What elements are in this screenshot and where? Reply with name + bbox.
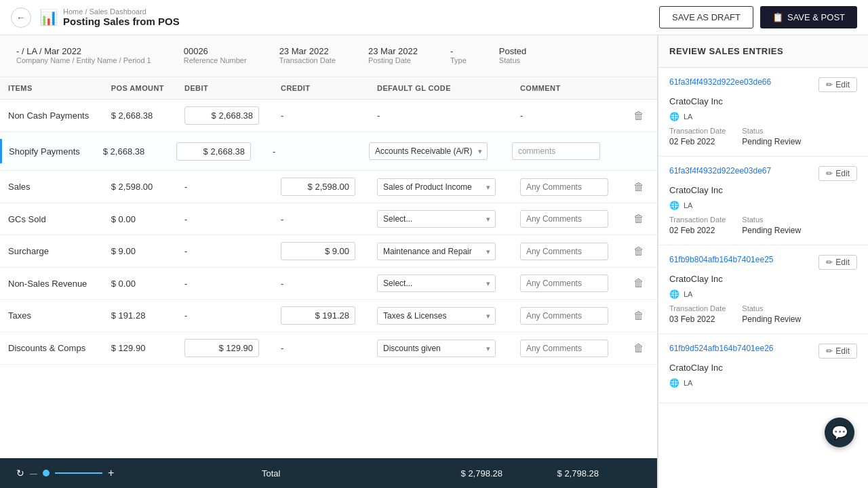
debit-input[interactable] [184, 106, 259, 125]
entity-row: 🌐 LA [669, 378, 857, 388]
status-label: Status [742, 304, 801, 312]
breadcrumb: Home / Sales Dashboard [63, 7, 180, 16]
entry-card: 61fb9b804afb164b7401ee25 ✏ Edit CratoCla… [658, 245, 868, 334]
item-pos-amount: $ 129.90 [103, 332, 176, 365]
item-name: Discounts & Comps [0, 332, 103, 365]
edit-button[interactable]: ✏ Edit [818, 166, 857, 181]
zoom-plus[interactable]: + [108, 467, 114, 479]
table-row: GCs Sold $ 0.00 - - Select... [0, 203, 657, 235]
edit-button[interactable]: ✏ Edit [818, 344, 857, 359]
gl-code-select[interactable]: Select... [377, 274, 496, 292]
save-post-button[interactable]: 📋 SAVE & POST [760, 6, 857, 28]
comment-input[interactable] [520, 210, 608, 228]
table-row: Surcharge $ 9.00 - Maintenance and Repai… [0, 235, 657, 268]
save-draft-button[interactable]: SAVE AS DRAFT [659, 6, 753, 28]
debit-input[interactable] [184, 339, 259, 357]
logo-area: 📊 Home / Sales Dashboard Posting Sales f… [39, 7, 180, 27]
entry-card: 61fb9d524afb164b7401ee26 ✏ Edit CratoCla… [658, 334, 868, 403]
entry-transaction-date: Transaction Date 02 Feb 2022 [669, 127, 726, 146]
comment-input[interactable] [520, 178, 608, 196]
entry-card-header: 61fb9b804afb164b7401ee25 ✏ Edit [669, 255, 857, 270]
item-gl-code: Select... [369, 203, 512, 235]
transaction-date-label: Transaction Date [669, 216, 726, 224]
meta-reference-label: Reference Number [184, 56, 247, 64]
edit-label: Edit [835, 258, 850, 267]
item-credit: - [273, 100, 369, 132]
edit-button[interactable]: ✏ Edit [818, 255, 857, 270]
item-debit [176, 332, 273, 365]
title-block: Home / Sales Dashboard Posting Sales fro… [63, 7, 180, 27]
delete-button[interactable]: 🗑 [631, 341, 647, 356]
post-icon: 📋 [772, 12, 783, 22]
item-name: GCs Sold [0, 203, 103, 235]
item-debit [176, 132, 273, 171]
company-row: CratoClay Inc [669, 363, 857, 373]
table-row: Non-Sales Revenue $ 0.00 - - Select... [0, 268, 657, 300]
col-pos-amount: POS Amount [103, 77, 176, 100]
delete-button[interactable]: 🗑 [631, 211, 647, 226]
col-actions [623, 77, 657, 100]
item-comment: - [512, 100, 623, 132]
app-header: ← 📊 Home / Sales Dashboard Posting Sales… [0, 0, 868, 35]
gl-code-select[interactable]: Maintenance and Repair [377, 243, 496, 260]
entry-id[interactable]: 61fa3f4f4932d922ee03de66 [669, 77, 771, 87]
edit-label: Edit [835, 346, 850, 356]
credit-input[interactable] [281, 178, 355, 196]
delete-button[interactable]: 🗑 [631, 108, 647, 123]
gl-code-select[interactable]: Taxes & Licenses [377, 307, 496, 325]
back-button[interactable]: ← [11, 7, 31, 28]
transaction-date-value: 02 Feb 2022 [669, 137, 715, 146]
meta-company-label: Company Name / Entity Name / Period 1 [16, 56, 151, 64]
breadcrumb-home[interactable]: Home [63, 7, 83, 16]
globe-icon: 🌐 [669, 112, 679, 121]
credit-input[interactable] [281, 306, 355, 325]
delete-button[interactable]: 🗑 [631, 244, 647, 259]
comment-input[interactable] [512, 142, 600, 160]
meta-row: - / LA / Mar 2022 Company Name / Entity … [0, 35, 657, 77]
items-table: ITEMS POS Amount DEBIT CREDIT DEFAULT GL… [0, 77, 657, 365]
item-credit [273, 300, 369, 332]
col-debit: DEBIT [176, 77, 273, 100]
item-comment [512, 300, 623, 332]
status-label: Status [742, 216, 801, 224]
comment-input[interactable] [520, 243, 608, 260]
total-credit: $ 2,798.28 [524, 468, 599, 479]
edit-pencil-icon: ✏ [826, 258, 833, 267]
company-name: CratoClay Inc [669, 185, 723, 195]
entry-transaction-date: Transaction Date 02 Feb 2022 [669, 216, 726, 235]
edit-label: Edit [835, 80, 850, 89]
gl-code-select-wrapper: Accounts Receivable (A/R) [369, 142, 488, 160]
entry-id[interactable]: 61fb9d524afb164b7401ee26 [669, 344, 774, 353]
comment-input[interactable] [520, 274, 608, 292]
edit-pencil-icon: ✏ [826, 169, 833, 178]
gl-code-select[interactable]: Accounts Receivable (A/R) [369, 142, 488, 160]
gl-code-select[interactable]: Sales of Product Income [377, 178, 496, 196]
credit-input[interactable] [281, 242, 355, 260]
status-badge: Pending Review [742, 137, 801, 146]
item-actions [623, 132, 657, 171]
item-actions: 🗑 [623, 332, 657, 365]
breadcrumb-dashboard[interactable]: Sales Dashboard [90, 7, 146, 16]
item-gl-code: Maintenance and Repair [369, 235, 512, 268]
delete-button[interactable]: 🗑 [631, 276, 647, 291]
meta-status-value: Posted [499, 46, 526, 56]
delete-button[interactable]: 🗑 [631, 308, 647, 323]
item-gl-code: - [369, 100, 512, 132]
gl-code-select[interactable]: Select... [377, 210, 496, 228]
comment-input[interactable] [520, 340, 608, 357]
item-gl-code: Taxes & Licenses [369, 300, 512, 332]
total-footer: ↻ — + Total $ 2,798.28 $ 2,798.28 [0, 458, 657, 488]
entry-id[interactable]: 61fb9b804afb164b7401ee25 [669, 255, 774, 264]
chat-fab[interactable]: 💬 [825, 418, 854, 447]
item-credit: - [273, 332, 369, 365]
edit-button[interactable]: ✏ Edit [818, 77, 857, 92]
gl-code-select-wrapper: Maintenance and Repair [377, 243, 496, 260]
delete-button[interactable]: 🗑 [631, 180, 647, 195]
table-header-row: ITEMS POS Amount DEBIT CREDIT DEFAULT GL… [0, 77, 657, 100]
comment-input[interactable] [520, 307, 608, 325]
entry-id[interactable]: 61fa3f4f4932d922ee03de67 [669, 166, 771, 176]
edit-pencil-icon: ✏ [826, 346, 833, 356]
gl-code-select[interactable]: Discounts given [377, 340, 496, 357]
debit-input[interactable] [176, 142, 251, 161]
header-actions: SAVE AS DRAFT 📋 SAVE & POST [659, 6, 857, 28]
